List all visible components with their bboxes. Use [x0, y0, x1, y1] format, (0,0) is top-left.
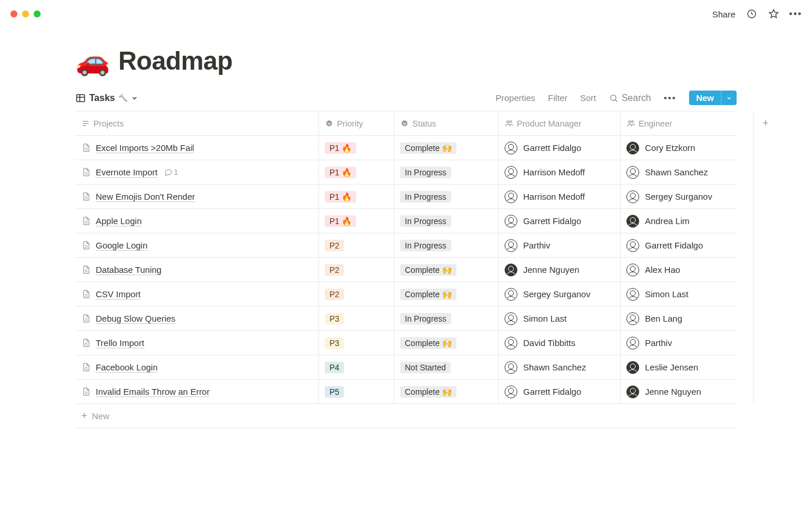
cell-priority[interactable]: P2: [319, 258, 394, 282]
row-title[interactable]: CSV Import: [96, 289, 141, 299]
row-title[interactable]: Excel Imports >20Mb Fail: [96, 143, 194, 153]
cell-status[interactable]: Complete 🙌: [394, 331, 499, 355]
cell-title[interactable]: Debug Slow Queries: [75, 307, 319, 330]
cell-engineer[interactable]: Sergey Surganov: [621, 185, 754, 208]
cell-status[interactable]: In Progress: [394, 185, 499, 208]
cell-product-manager[interactable]: Harrison Medoff: [499, 160, 621, 184]
row-title[interactable]: New Emojis Don't Render: [96, 192, 195, 201]
cell-status[interactable]: Complete 🙌: [394, 136, 499, 160]
cell-priority[interactable]: P1 🔥: [319, 185, 394, 208]
cell-status[interactable]: In Progress: [394, 160, 499, 184]
row-title[interactable]: Facebook Login: [96, 362, 158, 372]
search-button[interactable]: Search: [609, 93, 651, 103]
cell-status[interactable]: Not Started: [394, 355, 499, 379]
table-row[interactable]: CSV ImportP2Complete 🙌Sergey SurganovSim…: [75, 282, 737, 307]
cell-priority[interactable]: P2: [319, 233, 394, 257]
favorite-icon[interactable]: [768, 8, 780, 20]
column-header-priority[interactable]: Priority: [319, 111, 394, 135]
table-row[interactable]: Database TuningP2Complete 🙌Jenne NguyenA…: [75, 258, 737, 282]
cell-title[interactable]: Facebook Login: [75, 355, 319, 379]
column-header-pm[interactable]: Product Manager: [499, 111, 621, 135]
page-title[interactable]: Roadmap: [118, 46, 233, 75]
cell-title[interactable]: Excel Imports >20Mb Fail: [75, 136, 319, 160]
row-title[interactable]: Apple Login: [96, 216, 142, 226]
column-header-projects[interactable]: Projects: [75, 111, 319, 135]
cell-priority[interactable]: P2: [319, 282, 394, 306]
cell-product-manager[interactable]: Garrett Fidalgo: [499, 380, 621, 403]
cell-title[interactable]: CSV Import: [75, 282, 319, 306]
cell-title[interactable]: Trello Import: [75, 331, 319, 355]
row-title[interactable]: Google Login: [96, 240, 147, 250]
add-column-button[interactable]: +: [754, 111, 777, 135]
cell-title[interactable]: Google Login: [75, 233, 319, 257]
row-title[interactable]: Evernote Import: [96, 167, 158, 177]
table-row[interactable]: New Emojis Don't RenderP1 🔥In ProgressHa…: [75, 185, 737, 209]
table-row[interactable]: Apple LoginP1 🔥In ProgressGarrett Fidalg…: [75, 209, 737, 233]
close-window-button[interactable]: [10, 10, 17, 17]
cell-product-manager[interactable]: Shawn Sanchez: [499, 355, 621, 379]
table-row[interactable]: Invalid Emails Throw an ErrorP5Complete …: [75, 380, 737, 404]
cell-status[interactable]: In Progress: [394, 209, 499, 233]
cell-engineer[interactable]: Alex Hao: [621, 258, 754, 282]
column-header-status[interactable]: Status: [394, 111, 499, 135]
properties-button[interactable]: Properties: [495, 93, 535, 103]
cell-engineer[interactable]: Simon Last: [621, 282, 754, 306]
new-button-dropdown[interactable]: [721, 91, 737, 105]
cell-priority[interactable]: P5: [319, 380, 394, 403]
cell-product-manager[interactable]: Harrison Medoff: [499, 185, 621, 208]
row-title[interactable]: Invalid Emails Throw an Error: [96, 387, 209, 397]
cell-product-manager[interactable]: Garrett Fidalgo: [499, 209, 621, 233]
cell-status[interactable]: In Progress: [394, 233, 499, 257]
fullscreen-window-button[interactable]: [34, 10, 41, 17]
filter-button[interactable]: Filter: [548, 93, 567, 103]
cell-engineer[interactable]: Cory Etzkorn: [621, 136, 754, 160]
new-button[interactable]: New: [689, 91, 737, 105]
more-icon[interactable]: •••: [790, 8, 802, 20]
table-row[interactable]: Excel Imports >20Mb FailP1 🔥Complete 🙌Ga…: [75, 136, 737, 160]
table-row[interactable]: Google LoginP2In ProgressParthivGarrett …: [75, 233, 737, 258]
cell-priority[interactable]: P3: [319, 307, 394, 330]
cell-engineer[interactable]: Garrett Fidalgo: [621, 233, 754, 257]
row-title[interactable]: Debug Slow Queries: [96, 314, 176, 323]
cell-title[interactable]: New Emojis Don't Render: [75, 185, 319, 208]
page-emoji[interactable]: 🚗: [75, 47, 110, 75]
cell-title[interactable]: Database Tuning: [75, 258, 319, 282]
new-row-button[interactable]: + New: [75, 404, 737, 428]
cell-priority[interactable]: P1 🔥: [319, 160, 394, 184]
cell-engineer[interactable]: Ben Lang: [621, 307, 754, 330]
cell-title[interactable]: Evernote Import1: [75, 160, 319, 184]
cell-priority[interactable]: P3: [319, 331, 394, 355]
cell-priority[interactable]: P1 🔥: [319, 136, 394, 160]
share-button[interactable]: Share: [712, 9, 735, 19]
cell-product-manager[interactable]: David Tibbitts: [499, 331, 621, 355]
cell-engineer[interactable]: Andrea Lim: [621, 209, 754, 233]
cell-priority[interactable]: P1 🔥: [319, 209, 394, 233]
cell-engineer[interactable]: Leslie Jensen: [621, 355, 754, 379]
updates-icon[interactable]: [746, 8, 757, 20]
cell-product-manager[interactable]: Simon Last: [499, 307, 621, 330]
column-header-engineer[interactable]: Engineer: [621, 111, 754, 135]
cell-product-manager[interactable]: Garrett Fidalgo: [499, 136, 621, 160]
cell-status[interactable]: Complete 🙌: [394, 380, 499, 403]
row-title[interactable]: Database Tuning: [96, 265, 161, 275]
cell-product-manager[interactable]: Jenne Nguyen: [499, 258, 621, 282]
cell-engineer[interactable]: Shawn Sanchez: [621, 160, 754, 184]
cell-product-manager[interactable]: Sergey Surganov: [499, 282, 621, 306]
table-row[interactable]: Debug Slow QueriesP3In ProgressSimon Las…: [75, 307, 737, 331]
row-title[interactable]: Trello Import: [96, 338, 144, 348]
cell-product-manager[interactable]: Parthiv: [499, 233, 621, 257]
cell-title[interactable]: Invalid Emails Throw an Error: [75, 380, 319, 403]
cell-priority[interactable]: P4: [319, 355, 394, 379]
cell-status[interactable]: Complete 🙌: [394, 282, 499, 306]
cell-title[interactable]: Apple Login: [75, 209, 319, 233]
comment-count[interactable]: 1: [165, 168, 178, 176]
view-switcher[interactable]: Tasks 🔨: [75, 93, 138, 103]
cell-engineer[interactable]: Parthiv: [621, 331, 754, 355]
view-more-icon[interactable]: •••: [664, 93, 676, 103]
table-row[interactable]: Evernote Import1P1 🔥In ProgressHarrison …: [75, 160, 737, 185]
cell-status[interactable]: In Progress: [394, 307, 499, 330]
cell-engineer[interactable]: Jenne Nguyen: [621, 380, 754, 403]
sort-button[interactable]: Sort: [580, 93, 596, 103]
table-row[interactable]: Facebook LoginP4Not StartedShawn Sanchez…: [75, 355, 737, 380]
cell-status[interactable]: Complete 🙌: [394, 258, 499, 282]
